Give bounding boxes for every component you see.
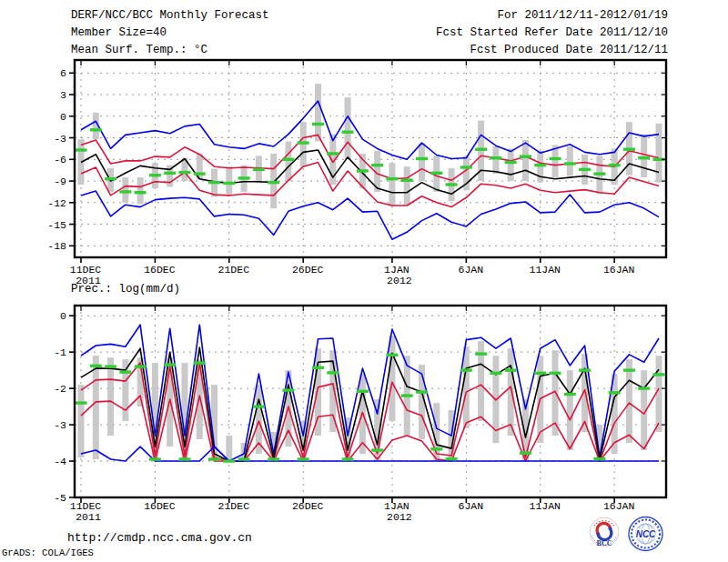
forecast-charts: 630-3-6-9-12-15-1811DEC201116DEC21DEC26D… — [0, 0, 728, 562]
y-tick-label: -1 — [54, 346, 66, 358]
median-marker — [520, 155, 531, 157]
spread-bar — [315, 84, 321, 141]
spread-bar — [492, 146, 499, 174]
median-marker — [609, 164, 621, 166]
spread-bar — [567, 370, 573, 450]
median-marker — [253, 168, 265, 171]
median-marker — [268, 181, 279, 184]
y-tick-label: -6 — [54, 154, 66, 166]
y-tick-label: -3 — [54, 419, 66, 431]
median-marker — [178, 171, 190, 174]
median-marker — [430, 172, 442, 175]
median-marker — [164, 363, 176, 366]
spread-bar — [197, 359, 203, 439]
median-marker — [579, 368, 591, 371]
median-marker — [460, 166, 472, 168]
median-marker — [208, 457, 220, 460]
median-marker — [238, 457, 250, 460]
median-marker — [327, 371, 339, 374]
median-marker — [386, 354, 398, 356]
median-marker — [268, 457, 279, 460]
median-marker — [564, 162, 576, 165]
spread-bar — [626, 359, 632, 443]
spread-bar — [656, 124, 662, 183]
median-marker — [194, 361, 206, 364]
x-tick-label: 21DEC — [218, 264, 250, 276]
median-marker — [550, 372, 561, 375]
x-tick-label: 16DEC — [144, 500, 176, 512]
spread-bar — [122, 177, 128, 203]
median-marker — [653, 373, 665, 376]
median-marker — [357, 390, 369, 393]
x-tick-sublabel: 2012 — [387, 511, 412, 523]
median-marker — [623, 148, 635, 151]
y-tick-label: -3 — [54, 133, 66, 145]
spread-bar — [93, 356, 99, 459]
x-tick-label: 16JAN — [603, 264, 635, 276]
grads-credit-label: GrADS: COLA/IGES — [2, 547, 94, 558]
spread-bar — [508, 348, 514, 436]
median-marker — [520, 452, 531, 455]
member-spread-bars — [78, 336, 662, 461]
median-marker — [460, 368, 472, 371]
median-marker — [105, 365, 116, 367]
ncc-logo-icon: NCC — [624, 513, 667, 556]
median-marker — [550, 157, 561, 160]
median-marker — [593, 457, 605, 460]
ncc-logo-label: NCC — [636, 529, 656, 539]
spread-bar — [419, 144, 425, 181]
median-marker — [505, 161, 517, 164]
median-marker — [119, 370, 131, 373]
median-marker — [534, 164, 546, 166]
median-marker — [253, 405, 265, 407]
spread-bar — [508, 148, 514, 181]
median-marker — [135, 365, 147, 367]
y-tick-label: -18 — [47, 240, 66, 252]
spread-bar — [641, 135, 647, 178]
median-marker — [298, 457, 309, 460]
x-tick-label: 6JAN — [459, 264, 484, 276]
precipitation-panel-label: Prec.: log(mm/d) — [71, 283, 180, 296]
grads-forecast-page: DERF/NCC/BCC Monthly Forecast Member Siz… — [0, 0, 728, 562]
median-marker — [401, 179, 413, 182]
median-marker — [446, 183, 458, 186]
median-marker — [475, 148, 487, 151]
source-url-text: http://cmdp.ncc.cma.gov.cn — [67, 531, 252, 545]
median-marker — [593, 172, 605, 175]
spread-bar — [122, 359, 128, 421]
x-tick-label: 16DEC — [144, 264, 176, 276]
median-marker — [638, 156, 650, 159]
median-marker — [609, 391, 621, 394]
median-marker — [416, 390, 428, 393]
median-marker — [446, 457, 458, 460]
median-marker — [386, 177, 398, 180]
median-marker — [223, 182, 235, 185]
median-marker — [357, 169, 369, 172]
median-marker — [579, 168, 591, 171]
spread-bar — [567, 146, 573, 176]
median-marker — [208, 181, 220, 184]
spread-bar — [226, 166, 232, 194]
x-tick-sublabel: 2011 — [76, 511, 101, 523]
median-marker — [178, 457, 190, 460]
bcc-logo-label: BCC — [597, 539, 612, 547]
spread-bar — [285, 141, 291, 181]
median-marker — [238, 176, 250, 179]
median-marker — [76, 401, 87, 404]
median-marker — [623, 368, 635, 371]
median-marker — [90, 365, 102, 367]
median-marker — [312, 366, 324, 369]
median-marker — [564, 393, 576, 396]
y-tick-label: 0 — [60, 111, 66, 123]
y-tick-label: -12 — [47, 197, 66, 209]
spread-bar — [463, 346, 470, 428]
median-marker — [194, 172, 206, 175]
y-tick-label: 0 — [60, 310, 66, 322]
median-marker — [371, 448, 383, 451]
x-tick-label: 11JAN — [529, 264, 561, 276]
median-marker — [119, 190, 131, 193]
median-marker — [282, 158, 294, 161]
axis-box — [75, 60, 666, 257]
median-marker — [76, 148, 87, 151]
ensemble-median-markers — [76, 123, 665, 195]
